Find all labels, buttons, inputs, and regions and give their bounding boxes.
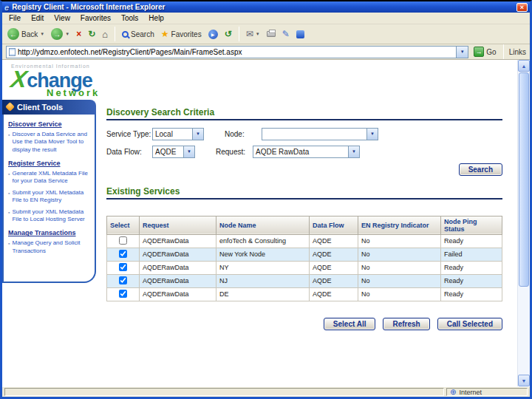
cell-en-registry: No bbox=[358, 234, 441, 248]
print-icon bbox=[267, 31, 276, 37]
scrollbar-track[interactable] bbox=[518, 287, 530, 375]
request-select[interactable]: AQDE RawData ▼ bbox=[253, 146, 360, 158]
close-button[interactable]: × bbox=[516, 3, 528, 12]
bullet-icon: ▪ bbox=[8, 190, 10, 205]
scroll-down-icon[interactable]: ▼ bbox=[518, 375, 530, 386]
node-label: Node: bbox=[225, 130, 262, 138]
forward-button[interactable]: → ▼ bbox=[50, 27, 71, 41]
address-bar: ▼ → Go Links bbox=[2, 44, 530, 60]
back-icon: ← bbox=[7, 28, 19, 40]
favorites-button[interactable]: ★ Favorites bbox=[160, 28, 203, 40]
sidebar-item-discover-data-service[interactable]: ▪ Discover a Data Service and Use the Da… bbox=[8, 131, 91, 154]
logo-network-text: Network bbox=[47, 87, 517, 98]
cell-ping-status: Ready bbox=[441, 261, 502, 274]
service-type-select[interactable]: Local ▼ bbox=[152, 128, 204, 140]
search-button[interactable]: Search bbox=[459, 163, 502, 176]
col-header-en-registry-indicator: EN Registry Indicator bbox=[358, 216, 441, 234]
toolbar-separator bbox=[239, 27, 239, 41]
sidebar-item-submit-en-registry[interactable]: ▪ Submit your XML Metadata File to EN Re… bbox=[8, 189, 91, 205]
chevron-down-icon: ▼ bbox=[348, 146, 359, 157]
sidebar-item-generate-metadata[interactable]: ▪ Generate XML Metadata File for your Da… bbox=[8, 170, 91, 185]
cell-request: AQDERawData bbox=[140, 287, 216, 301]
table-row: AQDERawData NY AQDE No Ready bbox=[107, 261, 502, 274]
col-header-select: Select bbox=[107, 216, 140, 234]
media-icon: ▶ bbox=[208, 30, 218, 39]
select-all-button[interactable]: Select All bbox=[324, 318, 376, 330]
window-title: Registry Client - Microsoft Internet Exp… bbox=[12, 3, 165, 11]
home-icon: ⌂ bbox=[102, 29, 108, 40]
browser-window: e Registry Client - Microsoft Internet E… bbox=[0, 0, 532, 399]
cell-node-name: New York Node bbox=[216, 248, 310, 261]
row-select-checkbox[interactable] bbox=[119, 250, 127, 258]
toolbar-separator bbox=[115, 27, 115, 41]
sidebar-section-register: Register Service bbox=[8, 160, 91, 167]
menu-view[interactable]: View bbox=[49, 13, 75, 23]
data-flow-select[interactable]: AQDE ▼ bbox=[152, 146, 195, 158]
forward-dropdown-icon: ▼ bbox=[65, 32, 69, 36]
history-button[interactable]: ↺ bbox=[223, 28, 233, 40]
services-table: Select Request Node Name Data Flow EN Re… bbox=[106, 216, 502, 301]
menu-tools[interactable]: Tools bbox=[116, 13, 143, 23]
cell-ping-status: Ready bbox=[441, 234, 502, 248]
site-banner: Environmental Information X change Netwo… bbox=[2, 60, 517, 100]
chevron-down-icon: ▼ bbox=[192, 129, 203, 140]
refresh-services-button[interactable]: Refresh bbox=[383, 318, 429, 330]
messenger-icon bbox=[296, 30, 304, 38]
menu-help[interactable]: Help bbox=[143, 13, 169, 23]
cell-ping-status: Ready bbox=[441, 274, 502, 287]
cell-ping-status: Failed bbox=[441, 248, 502, 261]
node-select[interactable]: ▼ bbox=[262, 128, 378, 140]
search-icon bbox=[122, 31, 129, 38]
go-arrow-icon: → bbox=[474, 47, 484, 57]
mail-button[interactable]: ✉▼ bbox=[245, 28, 262, 40]
vertical-scrollbar[interactable]: ▲ ▼ bbox=[517, 60, 530, 386]
menu-file[interactable]: File bbox=[4, 13, 26, 23]
refresh-button[interactable]: ↻ bbox=[86, 28, 97, 40]
cell-en-registry: No bbox=[358, 248, 441, 261]
back-button[interactable]: ← Back ▼ bbox=[6, 27, 46, 41]
table-row: AQDERawData NJ AQDE No Ready bbox=[107, 274, 502, 287]
security-zone-panel: ⊕ Internet bbox=[446, 388, 528, 396]
row-select-checkbox[interactable] bbox=[119, 276, 127, 284]
go-button[interactable]: → Go bbox=[472, 46, 497, 58]
stop-button[interactable]: × bbox=[75, 28, 83, 40]
sidebar-item-manage-query-solicit[interactable]: ▪ Manage Query and Solicit Transactions bbox=[8, 239, 91, 255]
history-icon: ↺ bbox=[225, 29, 232, 39]
toolbar: ← Back ▼ → ▼ × ↻ ⌂ Search ★ Favorites ▶ … bbox=[2, 24, 530, 44]
edit-button[interactable]: ✎ bbox=[281, 28, 291, 40]
scrollbar-thumb[interactable] bbox=[519, 72, 529, 287]
menu-bar: File Edit View Favorites Tools Help bbox=[2, 13, 530, 24]
table-row: AQDERawData DE AQDE No Ready bbox=[107, 287, 502, 301]
back-label: Back bbox=[21, 30, 38, 38]
request-label: Request: bbox=[216, 148, 253, 156]
scroll-up-icon[interactable]: ▲ bbox=[518, 60, 530, 72]
title-bar[interactable]: e Registry Client - Microsoft Internet E… bbox=[2, 1, 530, 13]
cell-data-flow: AQDE bbox=[310, 274, 358, 287]
favorites-star-icon: ★ bbox=[161, 29, 169, 39]
media-button[interactable]: ▶ bbox=[207, 29, 219, 40]
call-selected-button[interactable]: Call Selected bbox=[437, 318, 502, 330]
menu-edit[interactable]: Edit bbox=[26, 13, 49, 23]
home-button[interactable]: ⌂ bbox=[100, 28, 109, 41]
forward-icon: → bbox=[51, 28, 63, 40]
cell-request: AQDERawData bbox=[140, 261, 216, 274]
links-menu[interactable]: Links bbox=[509, 48, 526, 56]
chevron-down-icon: ▼ bbox=[366, 129, 378, 140]
sidebar-item-submit-local-hosting[interactable]: ▪ Submit your XML Metadata File to Local… bbox=[8, 208, 91, 224]
menu-favorites[interactable]: Favorites bbox=[75, 13, 116, 23]
print-button[interactable] bbox=[265, 30, 277, 38]
address-field[interactable]: ▼ bbox=[6, 46, 468, 58]
row-select-checkbox[interactable] bbox=[119, 263, 127, 271]
row-select-checkbox[interactable] bbox=[119, 290, 127, 298]
sidebar-header-label: Client Tools bbox=[17, 103, 63, 112]
address-input[interactable] bbox=[18, 47, 456, 58]
messenger-button[interactable] bbox=[295, 30, 306, 39]
row-select-checkbox[interactable] bbox=[119, 236, 127, 245]
ie-logo-icon: e bbox=[4, 3, 9, 12]
address-dropdown-icon[interactable]: ▼ bbox=[456, 47, 468, 58]
search-toolbar-button[interactable]: Search bbox=[120, 30, 156, 39]
mail-icon: ✉ bbox=[246, 29, 253, 39]
sidebar-header: Client Tools bbox=[2, 100, 96, 115]
cell-request: AQDERawData bbox=[140, 248, 216, 261]
bullet-icon: ▪ bbox=[8, 240, 10, 255]
